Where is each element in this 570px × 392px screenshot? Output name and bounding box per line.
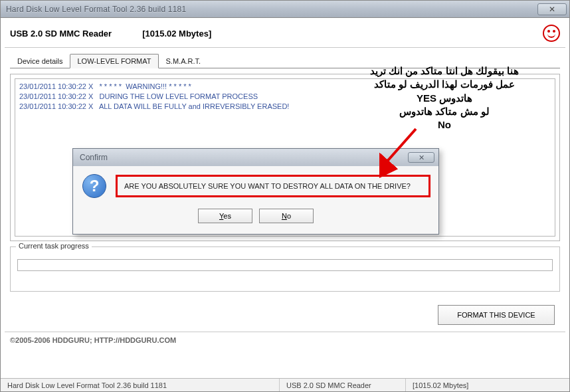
format-this-device-button[interactable]: FORMAT THIS DEVICE <box>438 305 555 325</box>
status-bar: Hard Disk Low Level Format Tool 2.36 bui… <box>1 378 569 391</box>
confirm-message-highlight: ARE YOU ABSOLUTELY SURE YOU WANT TO DEST… <box>116 175 430 197</box>
tab-smart[interactable]: S.M.A.R.T. <box>159 54 209 68</box>
no-button[interactable]: No <box>259 209 314 223</box>
yes-button[interactable]: Yes <box>198 209 252 223</box>
status-device: USB 2.0 SD MMC Reader <box>280 379 406 391</box>
progress-bar <box>17 259 553 271</box>
confirm-title: Confirm <box>80 153 408 162</box>
close-icon: ✕ <box>549 5 555 14</box>
progress-legend: Current task progress <box>16 242 92 250</box>
format-button-label: FORMAT THIS DEVICE <box>457 311 535 319</box>
device-size: [1015.02 Mbytes] <box>142 29 211 39</box>
window-title: Hard Disk Low Level Format Tool 2.36 bui… <box>6 5 537 14</box>
app-logo-icon <box>543 25 560 42</box>
footer-copyright: ©2005-2006 HDDGURU; HTTP://HDDGURU.COM <box>1 332 569 351</box>
status-app: Hard Disk Low Level Format Tool 2.36 bui… <box>1 379 280 391</box>
close-icon: ✕ <box>419 153 425 162</box>
window-close-button[interactable]: ✕ <box>537 3 567 15</box>
device-header: USB 2.0 SD MMC Reader [1015.02 Mbytes] <box>1 18 569 47</box>
confirm-buttons: Yes No <box>73 202 438 234</box>
status-size: [1015.02 Mbytes] <box>406 379 475 391</box>
device-name: USB 2.0 SD MMC Reader <box>10 29 112 39</box>
progress-group: Current task progress <box>10 246 560 292</box>
tabs: Device details LOW-LEVEL FORMAT S.M.A.R.… <box>1 48 569 68</box>
tab-device-details[interactable]: Device details <box>10 54 70 68</box>
confirm-dialog: Confirm ✕ ? ARE YOU ABSOLUTELY SURE YOU … <box>72 148 439 235</box>
window-titlebar: Hard Disk Low Level Format Tool 2.36 bui… <box>1 1 569 18</box>
confirm-message: ARE YOU ABSOLUTELY SURE YOU WANT TO DEST… <box>124 182 411 190</box>
format-button-row: FORMAT THIS DEVICE <box>1 292 569 332</box>
confirm-body: ? ARE YOU ABSOLUTELY SURE YOU WANT TO DE… <box>73 166 438 202</box>
confirm-titlebar: Confirm ✕ <box>73 149 438 166</box>
tab-low-level-format[interactable]: LOW-LEVEL FORMAT <box>70 54 158 68</box>
question-icon: ? <box>82 174 106 198</box>
confirm-close-button[interactable]: ✕ <box>408 152 434 163</box>
